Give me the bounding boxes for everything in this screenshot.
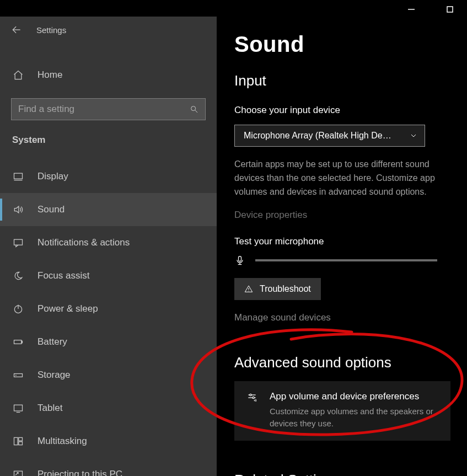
microphone-icon [234,255,245,266]
app-volume-preferences-card[interactable]: App volume and device preferences Custom… [234,381,450,441]
sidebar-item-display[interactable]: Display [0,160,217,193]
sidebar-item-projecting[interactable]: Projecting to this PC [0,458,217,476]
svg-point-24 [248,291,249,291]
sidebar-item-multitasking[interactable]: Multitasking [0,425,217,458]
sidebar-item-label: Sound [37,204,65,215]
sidebar-item-battery[interactable]: Battery [0,325,217,359]
sidebar-item-home[interactable]: Home [0,60,217,90]
sidebar-item-notifications[interactable]: Notifications & actions [0,226,217,259]
sidebar-item-label: Projecting to this PC [37,469,122,476]
svg-rect-1 [447,7,453,12]
sidebar-item-label: Focus assist [37,270,89,281]
input-device-selected: Microphone Array (Realtek High De… [244,131,391,141]
home-label: Home [37,69,62,81]
main-panel: Sound Input Choose your input device Mic… [217,17,467,476]
warning-icon [244,285,253,293]
input-section-heading: Input [234,72,450,89]
sidebar-item-sound[interactable]: Sound [0,193,217,226]
svg-rect-11 [22,341,23,343]
sidebar: Settings Home System [0,17,217,476]
device-properties-link[interactable]: Device properties [234,210,450,221]
sidebar-nav: Display Sound Notifications & actions [0,160,217,476]
display-icon [12,171,24,182]
input-helptext: Certain apps may be set up to use differ… [234,158,450,199]
chevron-down-icon [409,131,418,140]
sidebar-category-label: System [0,120,217,149]
tablet-icon [12,403,24,414]
svg-rect-7 [14,239,23,245]
advanced-section-heading: Advanced sound options [234,354,450,371]
mic-level-bar [255,259,437,261]
related-section-heading: Related Settings [234,472,450,476]
svg-point-28 [253,397,254,399]
sliders-icon [244,391,260,430]
card-subtitle: Customize app volumes and the speakers o… [270,405,441,430]
choose-input-label: Choose your input device [234,105,450,116]
page-title: Sound [234,32,450,57]
svg-point-3 [191,106,196,111]
search-input[interactable] [18,104,180,115]
sidebar-item-label: Display [37,171,68,182]
svg-point-26 [250,394,251,396]
input-device-dropdown[interactable]: Microphone Array (Realtek High De… [234,125,425,147]
window-titlebar [0,0,467,17]
window-maximize-button[interactable] [437,2,463,17]
projecting-icon [12,469,24,476]
svg-rect-17 [19,437,23,441]
sidebar-item-tablet[interactable]: Tablet [0,392,217,425]
svg-rect-12 [14,374,23,377]
sidebar-item-power-sleep[interactable]: Power & sleep [0,292,217,325]
card-title: App volume and device preferences [270,391,441,402]
svg-line-4 [195,110,197,113]
svg-rect-18 [19,442,23,445]
window-minimize-button[interactable] [399,2,424,17]
svg-rect-14 [14,405,23,411]
sidebar-item-focus-assist[interactable]: Focus assist [0,259,217,292]
storage-icon [12,370,24,381]
power-icon [12,303,24,314]
battery-icon [12,336,24,347]
sidebar-item-label: Battery [37,336,67,347]
sidebar-item-label: Storage [37,370,71,381]
search-box[interactable] [11,98,206,120]
multitasking-icon [12,436,24,447]
sound-icon [12,204,24,215]
svg-rect-16 [14,437,18,445]
troubleshoot-label: Troubleshoot [260,284,311,294]
moon-icon [12,270,24,281]
svg-rect-10 [14,340,22,344]
svg-rect-20 [239,256,241,261]
test-mic-label: Test your microphone [234,236,450,247]
sidebar-item-label: Power & sleep [37,303,98,314]
search-icon [190,105,198,114]
troubleshoot-button[interactable]: Troubleshoot [234,278,321,300]
svg-rect-5 [14,173,23,179]
home-icon [12,69,24,81]
message-icon [12,237,24,248]
manage-sound-devices-link[interactable]: Manage sound devices [234,312,450,323]
back-button[interactable] [11,24,22,35]
sidebar-item-storage[interactable]: Storage [0,359,217,392]
sidebar-item-label: Multitasking [37,436,87,447]
sidebar-item-label: Tablet [37,403,62,414]
app-title: Settings [36,25,66,35]
sidebar-item-label: Notifications & actions [37,237,130,248]
svg-point-13 [15,375,17,376]
